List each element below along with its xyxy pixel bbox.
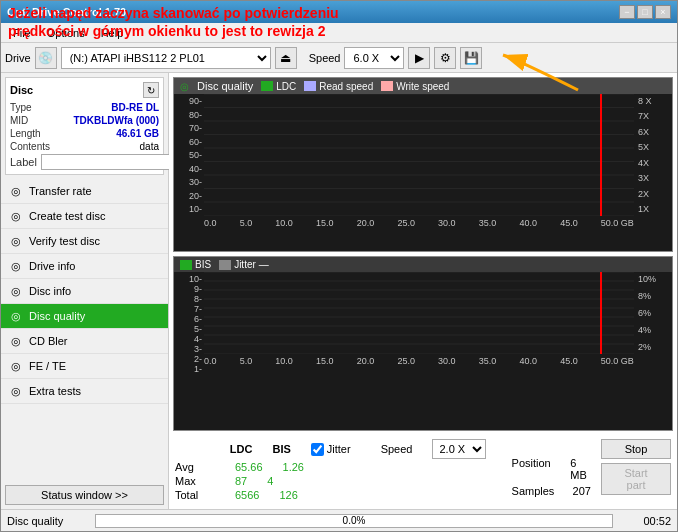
y2-label-6: 6- [174,314,202,324]
avg-ldc-value: 65.66 [235,461,263,473]
sidebar-item-drive-info[interactable]: ◎ Drive info [1,254,168,279]
legend-write-speed-label: Write speed [396,81,449,92]
sidebar-item-label: Disc quality [29,310,85,322]
speed-label: Speed [309,52,341,64]
disc-title: Disc [10,84,33,96]
y2-label-2: 2- [174,354,202,364]
chart-title-bar: ◎ Disc quality LDC Read speed Write spee… [174,78,672,94]
speed-select-toolbar[interactable]: 6.0 X 2.0 X 4.0 X 8.0 X [344,47,404,69]
samples-label: Samples [512,485,567,497]
extra-tests-icon: ◎ [9,384,23,398]
x2-label-40: 40.0 [519,356,537,366]
total-bis-value: 126 [279,489,297,501]
transfer-rate-icon: ◎ [9,184,23,198]
x2-label-50gb: 50.0 GB [601,356,634,366]
window-title: Opti Drive Control 1.70 [7,6,126,18]
avg-bis-value: 1.26 [283,461,304,473]
menu-help[interactable]: Help [93,25,132,41]
save-button[interactable]: 💾 [460,47,482,69]
close-button[interactable]: × [655,5,671,19]
start-part-button[interactable]: Start part [601,463,671,495]
sidebar-item-label: Create test disc [29,210,105,222]
legend-ldc-box [261,81,273,91]
minimize-button[interactable]: − [619,5,635,19]
drive-icon-button[interactable]: 💿 [35,47,57,69]
chart2-grid [204,272,634,354]
right2-label-8pct: 8% [638,291,670,301]
sidebar-item-extra-tests[interactable]: ◎ Extra tests [1,379,168,404]
right-y-axis-chart2: 10% 8% 6% 4% 2% [636,272,672,354]
sidebar-item-disc-quality[interactable]: ◎ Disc quality [1,304,168,329]
y2-label-10: 10- [174,274,202,284]
legend-jitter-label: Jitter [234,259,256,270]
sidebar-item-label: Disc info [29,285,71,297]
sidebar-item-cd-bler[interactable]: ◎ CD Bler [1,329,168,354]
bis-chart-title-bar: BIS Jitter — [174,257,672,272]
y-label-20: 20- [174,191,202,201]
y-label-60: 60- [174,137,202,147]
disc-type-label: Type [10,102,32,113]
y-label-90: 90- [174,96,202,106]
disc-type-row: Type BD-RE DL [10,102,159,113]
y-label-80: 80- [174,110,202,120]
bottom-bar: Disc quality 0.0% 00:52 [1,509,677,531]
position-label: Position [512,457,565,481]
sidebar-item-create-test-disc[interactable]: ◎ Create test disc [1,204,168,229]
avg-row: Avg 65.66 1.26 [175,461,486,473]
disc-refresh-button[interactable]: ↻ [143,82,159,98]
y2-label-5: 5- [174,324,202,334]
sidebar-item-disc-info[interactable]: ◎ Disc info [1,279,168,304]
right-label-8x: 8 X [638,96,670,106]
total-label: Total [175,489,215,501]
fe-te-icon: ◎ [9,359,23,373]
main-content: Disc ↻ Type BD-RE DL MID TDKBLDWfa (000)… [1,73,677,509]
status-window-button[interactable]: Status window >> [5,485,164,505]
drive-select[interactable]: (N:) ATAPI iHBS112 2 PL01 [61,47,271,69]
x-label-5: 5.0 [240,218,253,228]
x-label-20: 20.0 [357,218,375,228]
stats-header-row: LDC BIS Jitter Speed 2.0 X [175,439,486,459]
right2-label-2pct: 2% [638,342,670,352]
menu-bar: File Options Help [1,23,677,43]
chart1-grid [204,94,634,216]
sidebar-item-verify-test-disc[interactable]: ◎ Verify test disc [1,229,168,254]
menu-file[interactable]: File [5,25,39,41]
menu-options[interactable]: Options [39,25,93,41]
bis-jitter-chart: BIS Jitter — 10- 9- 8- 7- 6- [173,256,673,431]
position-samples: Position 6 MB Samples 207 [512,457,595,497]
jitter-checkbox[interactable] [311,443,324,456]
legend-write-speed-box [381,81,393,91]
sidebar-item-fe-te[interactable]: ◎ FE / TE [1,354,168,379]
x-label-45: 45.0 [560,218,578,228]
scan-button[interactable]: ▶ [408,47,430,69]
samples-value: 207 [573,485,591,497]
y-axis-labels-chart2: 10- 9- 8- 7- 6- 5- 4- 3- 2- 1- [174,272,204,354]
x-label-0: 0.0 [204,218,217,228]
legend-bis: BIS [180,259,211,270]
y-label-10: 10- [174,204,202,214]
legend-bis-label: BIS [195,259,211,270]
jitter-label: Jitter [327,443,351,455]
chart-title: Disc quality [197,80,253,92]
position-value: 6 MB [570,457,595,481]
legend-jitter: Jitter — [219,259,269,270]
settings-button[interactable]: ⚙ [434,47,456,69]
speed-stats-label: Speed [381,443,413,455]
sidebar-item-transfer-rate[interactable]: ◎ Transfer rate [1,179,168,204]
create-test-disc-icon: ◎ [9,209,23,223]
y2-label-3: 3- [174,344,202,354]
y2-label-1: 1- [174,364,202,374]
sidebar-item-label: Extra tests [29,385,81,397]
y2-label-4: 4- [174,334,202,344]
disc-mid-value: TDKBLDWfa (000) [73,115,159,126]
speed-stats-select[interactable]: 2.0 X [432,439,485,459]
y-label-50: 50- [174,150,202,160]
maximize-button[interactable]: □ [637,5,653,19]
disc-label-input[interactable] [41,154,174,170]
legend-write-speed: Write speed [381,81,449,92]
eject-button[interactable]: ⏏ [275,47,297,69]
red-line-chart1 [600,94,602,216]
stop-button[interactable]: Stop [601,439,671,459]
legend-ldc: LDC [261,81,296,92]
max-bis-value: 4 [267,475,273,487]
